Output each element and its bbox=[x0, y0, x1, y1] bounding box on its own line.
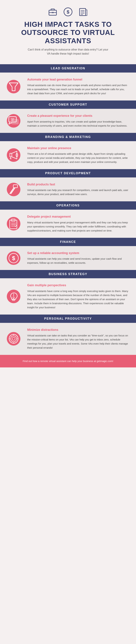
dollar-circle-icon: $ bbox=[63, 7, 73, 17]
section-text-finance: Virtual assistants can help you create a… bbox=[27, 257, 129, 265]
section-header-product-development: PRODUCT DEVELOPMENT bbox=[0, 169, 136, 178]
section-text-product-development: Virtual assistants can help you research… bbox=[27, 188, 129, 196]
section-body-personal-productivity: Minimize distractions Virtual assistants… bbox=[0, 323, 136, 355]
section-subtitle-lead-generation: Automate your lead generation funnel bbox=[27, 78, 129, 82]
section-header-customer-support: CUSTOMER SUPPORT bbox=[0, 100, 136, 109]
section-text-customer-support: Apart from answering to inquiries, VAs c… bbox=[27, 120, 129, 128]
section-product-development: PRODUCT DEVELOPMENT Build products fast … bbox=[0, 169, 136, 201]
megaphone-icon bbox=[7, 148, 20, 162]
section-body-lead-generation: Automate your lead generation funnel Vir… bbox=[0, 72, 136, 100]
section-header-operations: OPERATIONS bbox=[0, 201, 136, 210]
section-header-business-strategy: BUSINESS STRATEGY bbox=[0, 270, 136, 278]
clipboard-icon bbox=[7, 217, 20, 230]
section-header-branding-marketing: BRANDING & MARKETING bbox=[0, 133, 136, 141]
section-subtitle-business-strategy: Gain multiple perspectives bbox=[27, 283, 129, 287]
svg-rect-7 bbox=[86, 10, 87, 16]
section-customer-support: CUSTOMER SUPPORT Create a pleasant exper… bbox=[0, 100, 136, 133]
section-body-branding-marketing: Maintain your online presence There are … bbox=[0, 141, 136, 169]
footer-text: Find out how a remote virtual assistant … bbox=[23, 360, 113, 362]
svg-point-35 bbox=[11, 336, 17, 342]
section-subtitle-finance: Set up a reliable accounting system bbox=[27, 251, 129, 255]
section-body-operations: Delegate project management Many virtual… bbox=[0, 210, 136, 238]
section-body-business-strategy: Gain multiple perspectives Virtual assis… bbox=[0, 278, 136, 314]
svg-marker-12 bbox=[9, 83, 18, 91]
section-branding-marketing: BRANDING & MARKETING Maintain your onlin… bbox=[0, 133, 136, 169]
section-finance: FINANCE $ Set up a reliable accounting s… bbox=[0, 238, 136, 270]
section-subtitle-operations: Delegate project management bbox=[27, 215, 129, 218]
section-header-finance: FINANCE bbox=[0, 238, 136, 246]
section-business-strategy: BUSINESS STRATEGY Gain multiple perspect… bbox=[0, 270, 136, 314]
hammer-icon bbox=[7, 183, 20, 196]
dollar-icon: $ bbox=[7, 251, 20, 265]
section-text-branding-marketing: There are a lot of virtual assistants wi… bbox=[27, 152, 129, 164]
section-subtitle-customer-support: Create a pleasant experience for your cl… bbox=[27, 114, 129, 118]
section-body-product-development: Build products fast Virtual assistants c… bbox=[0, 178, 136, 201]
section-subtitle-product-development: Build products fast bbox=[27, 182, 129, 186]
svg-point-36 bbox=[12, 338, 15, 340]
svg-rect-21 bbox=[13, 185, 18, 188]
section-header-lead-generation: LEAD GENERATION bbox=[0, 64, 136, 72]
page-subtitle: Can't think of anything to outsource oth… bbox=[27, 48, 109, 56]
chat-icon bbox=[7, 114, 20, 128]
section-text-personal-productivity: Virtual assistants can take on tasks tha… bbox=[27, 334, 129, 350]
sections-container: LEAD GENERATION Automate your lead gener… bbox=[0, 64, 136, 355]
section-personal-productivity: PERSONAL PRODUCTIVITY Minimize distracti… bbox=[0, 314, 136, 355]
section-text-operations: Many virtual assistants have great proje… bbox=[27, 220, 129, 233]
header-icons: $ bbox=[10, 7, 126, 17]
svg-text:$: $ bbox=[12, 255, 15, 261]
section-body-finance: $ Set up a reliable accounting system Vi… bbox=[0, 246, 136, 270]
briefcase-icon bbox=[48, 7, 58, 17]
lightbulb-icon bbox=[7, 290, 20, 303]
section-operations: OPERATIONS Delegate project management M… bbox=[0, 201, 136, 238]
header: $ HIGH IMPACT TASKS TO OUTSOURCE TO VIRT… bbox=[0, 0, 136, 61]
funnel-icon bbox=[7, 80, 20, 94]
section-text-lead-generation: Virtual assistants can do more than just… bbox=[27, 83, 129, 96]
section-body-customer-support: Create a pleasant experience for your cl… bbox=[0, 109, 136, 133]
page-title: HIGH IMPACT TASKS TO OUTSOURCE TO VIRTUA… bbox=[10, 20, 126, 45]
section-header-personal-productivity: PERSONAL PRODUCTIVITY bbox=[0, 314, 136, 323]
section-text-business-strategy: Virtual assistants have come a long way … bbox=[27, 289, 129, 310]
footer: Find out how a remote virtual assistant … bbox=[0, 355, 136, 368]
section-lead-generation: LEAD GENERATION Automate your lead gener… bbox=[0, 64, 136, 100]
newspaper-icon bbox=[78, 7, 88, 17]
page-wrapper: $ HIGH IMPACT TASKS TO OUTSOURCE TO VIRT… bbox=[0, 0, 136, 368]
section-subtitle-branding-marketing: Maintain your online presence bbox=[27, 146, 129, 150]
svg-text:$: $ bbox=[67, 9, 69, 14]
section-subtitle-personal-productivity: Minimize distractions bbox=[27, 328, 129, 332]
target-icon bbox=[7, 332, 20, 346]
